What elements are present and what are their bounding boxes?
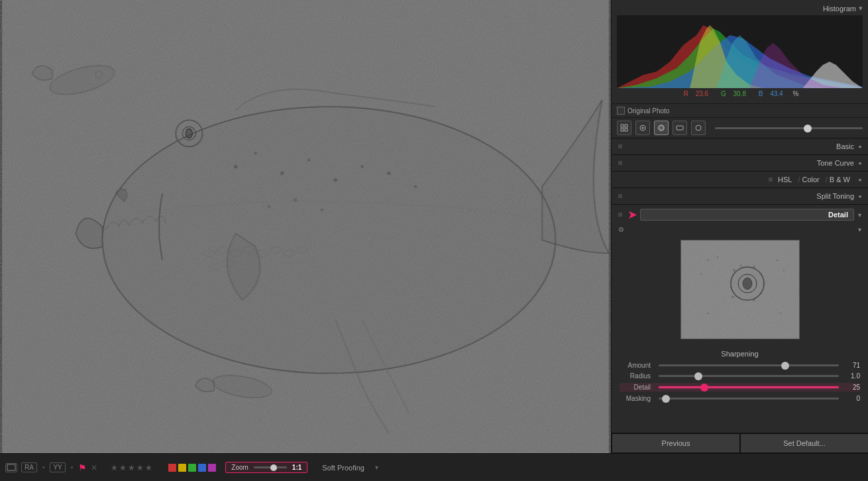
detail-expand-icon[interactable]: ▾	[858, 226, 861, 233]
svg-point-50	[707, 313, 708, 314]
svg-point-40	[763, 282, 765, 285]
detail-slider-row: ➤ Detail 25	[620, 383, 860, 392]
amount-slider-row: Amount 71	[620, 362, 860, 369]
svg-rect-22	[625, 125, 627, 127]
histogram-section: Histogram ▾	[612, 0, 868, 103]
image-panel	[0, 0, 611, 453]
tone-curve-indicator	[618, 161, 622, 165]
star-rating[interactable]: ★ ★ ★ ★ ★	[111, 463, 152, 472]
tool-slider-thumb[interactable]	[804, 125, 812, 133]
star-5[interactable]: ★	[145, 463, 152, 472]
color-green[interactable]	[188, 464, 196, 472]
tone-curve-arrow: ◂	[858, 160, 861, 166]
radius-slider-row: Radius 1.0	[620, 372, 860, 380]
soft-proofing-dropdown[interactable]: ▾	[375, 464, 378, 471]
svg-point-49	[783, 270, 785, 271]
star-4[interactable]: ★	[136, 463, 144, 472]
histogram-chart	[617, 15, 863, 88]
grid-tool[interactable]	[617, 121, 631, 135]
flag-x[interactable]: ✕	[91, 463, 97, 472]
svg-point-37	[739, 265, 741, 267]
right-panel: Histogram ▾	[611, 0, 868, 453]
detail-header[interactable]: ➤ Detail ▾	[612, 205, 868, 225]
svg-point-36	[733, 269, 735, 272]
amount-track[interactable]	[659, 364, 839, 366]
toolbar-left: RA • YY • ⚑ ✕ ★ ★ ★ ★ ★ Zoom	[5, 462, 863, 473]
amount-thumb[interactable]	[781, 362, 789, 370]
svg-point-43	[730, 286, 732, 288]
original-photo-row: Original Photo	[612, 103, 868, 117]
detail-thumb[interactable]	[700, 384, 708, 392]
color-purple[interactable]	[208, 464, 216, 472]
svg-point-45	[707, 260, 708, 261]
original-photo-checkbox[interactable]	[617, 107, 625, 115]
masking-label: Masking	[620, 395, 656, 402]
detail-label: Detail	[640, 209, 854, 221]
soft-proofing[interactable]: Soft Proofing	[322, 464, 364, 472]
healing-tool[interactable]	[654, 121, 669, 135]
split-toning-label: Split Toning	[627, 192, 854, 200]
svg-rect-29	[677, 126, 683, 130]
set-default-button[interactable]: Set Default...	[740, 433, 868, 453]
hsl-label: HSL	[778, 176, 792, 184]
color-yellow[interactable]	[178, 464, 186, 472]
original-photo-label[interactable]: Original Photo	[617, 107, 669, 115]
histogram-values: R 23.6 G 30.8 B 43.4 %	[617, 88, 863, 99]
zoom-control[interactable]: Zoom 1:1	[225, 462, 307, 473]
basic-panel-header[interactable]: Basic ◂	[612, 138, 868, 154]
radius-track[interactable]	[659, 375, 839, 377]
adjustment-tool[interactable]	[691, 121, 706, 135]
ra-button[interactable]: RA	[21, 462, 37, 472]
bottom-buttons: Previous Set Default...	[612, 433, 868, 453]
histogram-title: Histogram	[823, 5, 856, 13]
svg-point-51	[780, 313, 781, 314]
redeye-tool[interactable]	[673, 121, 687, 135]
masking-value: 0	[841, 395, 860, 402]
r-value: R 23.6	[681, 90, 713, 97]
hsl-panel-header[interactable]: HSL / Color / B & W ◂	[612, 171, 868, 187]
hsl-arrow: ◂	[858, 176, 861, 183]
tone-curve-label: Tone Curve	[627, 159, 854, 167]
tools-row	[612, 117, 868, 138]
flag-icon[interactable]: ⚑	[78, 462, 87, 473]
svg-point-6	[234, 165, 237, 168]
detail-arrow-pointer: ➤	[627, 207, 637, 222]
radius-value: 1.0	[841, 372, 860, 380]
svg-point-41	[759, 293, 761, 295]
histogram-dropdown-arrow[interactable]: ▾	[859, 4, 863, 13]
previous-button[interactable]: Previous	[612, 433, 740, 453]
star-3[interactable]: ★	[128, 463, 135, 472]
svg-point-46	[717, 256, 718, 258]
svg-point-28	[660, 127, 663, 129]
masking-thumb[interactable]	[662, 395, 670, 403]
frame-icon[interactable]	[5, 463, 17, 472]
color-blue[interactable]	[198, 464, 206, 472]
svg-point-11	[361, 166, 363, 168]
masking-track[interactable]	[659, 398, 839, 400]
radius-thumb[interactable]	[694, 372, 702, 380]
svg-point-30	[696, 125, 701, 131]
color-red[interactable]	[168, 464, 176, 472]
star-2[interactable]: ★	[119, 463, 127, 472]
zoom-slider[interactable]	[254, 466, 287, 468]
detail-indicator	[618, 213, 622, 217]
zoom-label: Zoom	[231, 464, 248, 471]
amount-value: 71	[841, 362, 860, 369]
detail-dropdown[interactable]: ▾	[858, 211, 861, 219]
zoom-thumb[interactable]	[270, 464, 277, 471]
tool-slider[interactable]	[715, 127, 863, 129]
svg-point-38	[753, 266, 755, 268]
hsl-indicator	[769, 178, 773, 182]
svg-point-9	[308, 159, 310, 161]
crop-tool[interactable]	[635, 121, 650, 135]
svg-point-42	[753, 299, 755, 301]
svg-point-8	[281, 172, 284, 175]
svg-point-10	[334, 179, 337, 182]
tone-curve-panel-header[interactable]: Tone Curve ◂	[612, 154, 868, 171]
split-toning-panel-header[interactable]: Split Toning ◂	[612, 187, 868, 204]
svg-point-44	[732, 295, 734, 298]
detail-settings-icon[interactable]: ⚙	[618, 226, 624, 233]
star-1[interactable]: ★	[111, 463, 118, 472]
yy-button[interactable]: YY	[50, 462, 65, 472]
detail-track[interactable]	[659, 386, 839, 388]
